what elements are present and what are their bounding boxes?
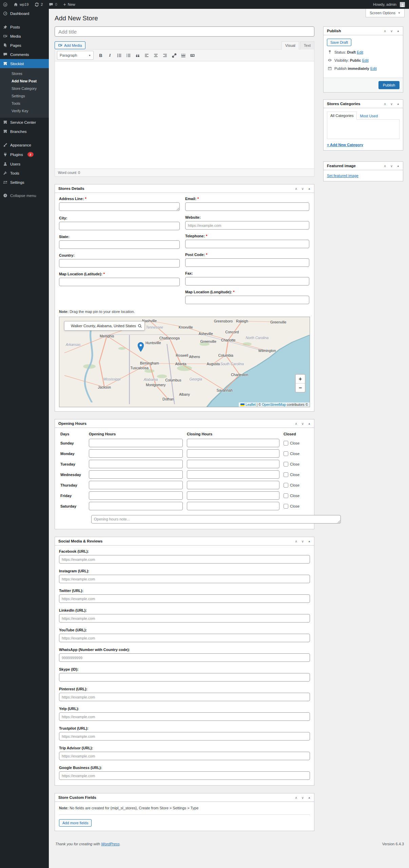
opening-time-input[interactable] [89, 470, 183, 479]
opening-time-input[interactable] [89, 481, 183, 489]
read-more-button[interactable] [179, 51, 187, 59]
align-right-button[interactable] [161, 51, 169, 59]
blockquote-button[interactable] [133, 51, 141, 59]
toggle-panel-icon[interactable]: ▲ [308, 796, 311, 799]
save-draft-button[interactable]: Save Draft [327, 39, 351, 46]
closing-time-input[interactable] [187, 470, 279, 479]
closed-checkbox[interactable]: Close [284, 504, 310, 509]
edit-visibility-link[interactable]: Edit [362, 58, 369, 62]
closing-time-input[interactable] [187, 439, 279, 447]
social-field-input[interactable] [59, 575, 310, 583]
tab-visual[interactable]: Visual [281, 41, 299, 50]
email-input[interactable] [185, 202, 309, 211]
wordpress-logo-icon[interactable] [0, 0, 11, 9]
italic-button[interactable]: I [106, 51, 114, 59]
social-field-input[interactable] [59, 614, 310, 623]
site-menu-item[interactable]: wp19 [11, 0, 32, 9]
toggle-panel-icon[interactable]: ▲ [397, 102, 400, 105]
move-up-icon[interactable]: ∧ [295, 187, 297, 191]
edit-schedule-link[interactable]: Edit [370, 66, 377, 71]
store-location-map[interactable]: Walker County, Alabama, United States Na… [59, 317, 310, 407]
sidebar-subitem-stores[interactable]: Stores [0, 70, 49, 77]
sidebar-subitem-tools[interactable]: Tools [0, 100, 49, 107]
zoom-in-button[interactable]: + [296, 375, 305, 383]
closed-checkbox[interactable]: Close [284, 441, 310, 446]
state-input[interactable] [59, 240, 180, 249]
checkbox-icon[interactable] [284, 472, 288, 477]
tab-text[interactable]: Text [300, 41, 314, 50]
checkbox-icon[interactable] [284, 462, 288, 467]
sidebar-item-posts[interactable]: Posts [0, 22, 49, 32]
social-field-input[interactable] [59, 712, 310, 721]
closing-time-input[interactable] [187, 449, 279, 458]
social-field-input[interactable] [59, 771, 310, 780]
latitude-input[interactable] [59, 278, 180, 286]
map-search-box[interactable]: Walker County, Alabama, United States [64, 321, 145, 331]
publish-button[interactable]: Publish [378, 81, 400, 89]
toggle-panel-icon[interactable]: ▲ [397, 29, 400, 33]
social-field-input[interactable] [59, 673, 310, 682]
add-media-button[interactable]: Add Media [55, 41, 85, 49]
sidebar-item-appearance[interactable]: Appearance [0, 140, 49, 150]
screen-options-button[interactable]: Screen Options ▼ [366, 9, 405, 17]
bold-button[interactable]: B [97, 51, 105, 59]
toggle-panel-icon[interactable]: ▲ [308, 540, 311, 543]
align-center-button[interactable] [152, 51, 160, 59]
leaflet-link[interactable]: Leaflet [246, 403, 256, 407]
checkbox-icon[interactable] [284, 451, 288, 456]
sidebar-subitem-add-new-post[interactable]: Add New Post [0, 77, 49, 85]
sidebar-item-users[interactable]: Users [0, 159, 49, 169]
checkbox-icon[interactable] [284, 441, 288, 446]
move-down-icon[interactable]: ∨ [301, 539, 304, 543]
opening-time-input[interactable] [89, 502, 183, 510]
social-field-input[interactable] [59, 634, 310, 642]
sidebar-item-pages[interactable]: Pages [0, 41, 49, 50]
social-field-input[interactable] [59, 732, 310, 741]
move-up-icon[interactable]: ∧ [295, 539, 297, 543]
add-more-fields-button[interactable]: Add more fields [59, 819, 92, 827]
postcode-input[interactable] [185, 258, 309, 267]
closed-checkbox[interactable]: Close [284, 483, 310, 488]
collapse-menu-button[interactable]: Collapse menu [0, 191, 49, 200]
checkbox-icon[interactable] [284, 493, 288, 498]
sidebar-item-tools[interactable]: Tools [0, 169, 49, 178]
edit-status-link[interactable]: Edit [357, 50, 363, 54]
toggle-panel-icon[interactable]: ▲ [308, 187, 311, 190]
social-field-input[interactable] [59, 752, 310, 760]
move-up-icon[interactable]: ∧ [384, 102, 386, 106]
sidebar-item-media[interactable]: Media [0, 32, 49, 41]
tab-most-used[interactable]: Most Used [357, 112, 381, 120]
telephone-input[interactable] [185, 240, 309, 248]
fax-input[interactable] [185, 277, 309, 285]
toggle-panel-icon[interactable]: ▲ [397, 164, 400, 167]
closed-checkbox[interactable]: Close [284, 472, 310, 477]
social-field-input[interactable] [59, 693, 310, 701]
move-down-icon[interactable]: ∨ [301, 796, 304, 800]
map-pin[interactable] [137, 342, 144, 352]
closed-checkbox[interactable]: Close [284, 451, 310, 456]
sidebar-item-dashboard[interactable]: Dashboard [0, 9, 49, 18]
categories-list[interactable] [327, 119, 400, 139]
closing-time-input[interactable] [187, 481, 279, 489]
longitude-input[interactable] [185, 296, 309, 304]
sidebar-item-comments[interactable]: Comments [0, 50, 49, 59]
move-down-icon[interactable]: ∨ [390, 102, 393, 106]
add-new-category-link[interactable]: + Add New Category [327, 143, 363, 147]
sidebar-subitem-store-category[interactable]: Store Category [0, 85, 49, 92]
closing-time-input[interactable] [187, 460, 279, 468]
editor-canvas[interactable] [55, 61, 314, 169]
avatar[interactable] [400, 2, 405, 7]
closed-checkbox[interactable]: Close [284, 493, 310, 498]
toggle-panel-icon[interactable]: ▲ [308, 422, 311, 425]
opening-time-input[interactable] [89, 439, 183, 447]
move-up-icon[interactable]: ∧ [384, 164, 386, 168]
social-field-input[interactable] [59, 594, 310, 603]
website-input[interactable] [185, 221, 309, 230]
sidebar-item-plugins[interactable]: Plugins 2 [0, 150, 49, 159]
address-line-textarea[interactable] [59, 202, 180, 211]
social-field-input[interactable] [59, 653, 310, 662]
city-input[interactable] [59, 222, 180, 230]
opening-time-input[interactable] [89, 460, 183, 468]
comments-menu-item[interactable]: 0 [46, 0, 60, 9]
paragraph-format-select[interactable]: Paragraph ▼ [57, 51, 94, 60]
